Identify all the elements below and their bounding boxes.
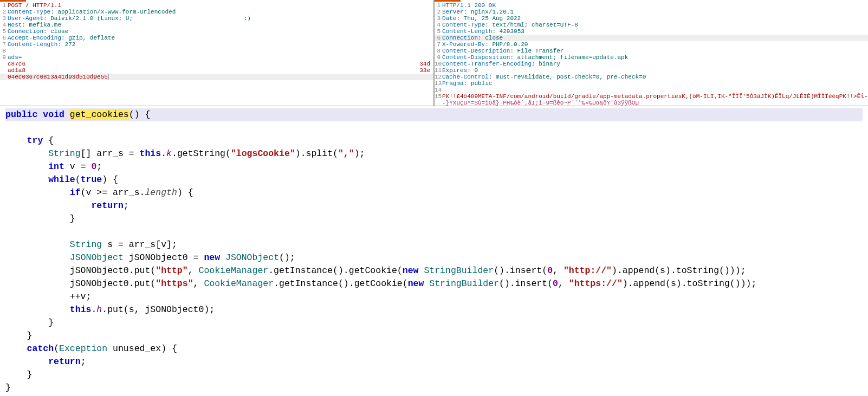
line-content — [442, 87, 868, 93]
line-content: Content-Length: 4293953 — [442, 28, 868, 35]
code-line[interactable]: 1HTTP/1.1 200 OK — [435, 2, 868, 9]
code-line[interactable]: 3User-Agent: Dalvik/2.1.0 (Linux; U; :) — [0, 15, 433, 22]
line-number: 9 — [0, 54, 8, 61]
line-number: 11 — [435, 67, 442, 74]
code-line[interactable]: 9Content-Disposition: attachment; filena… — [435, 54, 868, 61]
line-number: 4 — [0, 22, 8, 28]
code-line[interactable]: 6Accept-Encoding: gzip, deflate — [0, 35, 433, 41]
method-signature: public void get_cookies() { — [5, 108, 863, 121]
code-line[interactable]: c87c634d — [0, 61, 433, 67]
code-line[interactable]: 2Content-Type: application/x-www-form-ur… — [0, 9, 433, 15]
code-line[interactable]: 1POST / HTTP/1.1 — [0, 2, 433, 9]
code-line: JSONObject jSONObject0 = new JSONObject(… — [5, 252, 295, 263]
line-number: 1 — [0, 2, 8, 9]
line-content — [8, 48, 433, 54]
line-content: Server: nginx/1.20.1 — [442, 9, 868, 15]
line-content: 04ec0367c0813a41d93d510d9e55 — [8, 74, 433, 80]
java-decompiled-pane[interactable]: public void get_cookies() { try { String… — [0, 106, 868, 396]
code-line[interactable]: 11Expires: 0 — [435, 67, 868, 74]
code-line[interactable]: 2Server: nginx/1.20.1 — [435, 9, 868, 15]
line-tail: 33e — [419, 67, 433, 74]
line-number — [0, 61, 8, 67]
code-line: jSONObject0.put("https", CookieManager.g… — [5, 278, 756, 289]
line-content: Accept-Encoding: gzip, deflate — [8, 35, 433, 41]
code-line[interactable]: 5Content-Length: 4293953 — [435, 28, 868, 35]
code-line[interactable]: 9ads= — [0, 54, 433, 61]
line-content: X-Powered-By: PHP/8.0.20 — [442, 41, 868, 48]
line-content: Connection: close — [442, 35, 868, 41]
line-content: POST / HTTP/1.1 — [8, 2, 433, 9]
accent-bar — [435, 0, 461, 2]
line-content: Content-Description: File Transfer — [442, 48, 868, 54]
code-line[interactable]: 8Content-Description: File Transfer — [435, 48, 868, 54]
line-content: Date: Thu, 25 Aug 2022 — [442, 15, 868, 22]
code-line[interactable]: 12Cache-Control: must-revalidate, post-c… — [435, 74, 868, 80]
response-pane[interactable]: 1HTTP/1.1 200 OK2Server: nginx/1.20.13Da… — [435, 0, 868, 106]
code-line: try { — [5, 135, 54, 146]
line-content: PK!!£4ô489META-INF/com/android/build/gra… — [442, 93, 868, 100]
line-number: 6 — [0, 35, 8, 41]
code-line[interactable]: 4Content-Type: text/html; charset=UTF-8 — [435, 22, 868, 28]
line-number: 13 — [435, 80, 442, 87]
code-line: } — [5, 213, 75, 224]
line-content: Content-Type: text/html; charset=UTF-8 — [442, 22, 868, 28]
code-line: int v = 0; — [5, 161, 102, 172]
line-content: Content-Disposition: attachment; filenam… — [442, 54, 868, 61]
text-cursor — [108, 74, 108, 80]
code-line: return; — [5, 356, 86, 367]
line-content: c87c6 — [8, 61, 419, 67]
line-number: 6 — [435, 35, 442, 41]
line-number: 10 — [435, 61, 442, 67]
code-line[interactable]: 3Date: Thu, 25 Aug 2022 — [435, 15, 868, 22]
line-number: 8 — [435, 48, 442, 54]
accent-bar — [0, 0, 26, 2]
line-content: Connection: close — [8, 28, 433, 35]
request-pane[interactable]: 1POST / HTTP/1.12Content-Type: applicati… — [0, 0, 435, 106]
line-content: Content-Transfer-Encoding: binary — [442, 61, 868, 67]
code-line[interactable]: 8 — [0, 48, 433, 54]
code-line[interactable]: 04ec0367c0813a41d93d510d9e55 — [0, 74, 433, 80]
code-line[interactable]: 7Content-Length: 272 — [0, 41, 433, 48]
code-line: } — [5, 330, 33, 341]
line-content: Expires: 0 — [442, 67, 868, 74]
code-line: } — [5, 369, 33, 380]
code-line: String s = arr_s[v]; — [5, 239, 177, 250]
line-number: 1 — [435, 2, 442, 9]
code-line: } — [5, 317, 54, 328]
line-number — [0, 74, 8, 80]
code-line[interactable]: 5Connection: close — [0, 28, 433, 35]
line-content: User-Agent: Dalvik/2.1.0 (Linux; U; :) — [8, 15, 433, 22]
line-number — [0, 67, 8, 74]
line-content: Content-Length: 272 — [8, 41, 433, 48]
code-line[interactable]: 14 — [435, 87, 868, 93]
line-number — [435, 100, 442, 106]
line-tail: 34d — [419, 61, 433, 67]
code-line: } — [5, 382, 11, 393]
line-number: 2 — [0, 9, 8, 15]
code-line[interactable]: 7X-Powered-By: PHP/8.0.20 — [435, 41, 868, 48]
line-number: 14 — [435, 87, 442, 93]
code-line[interactable]: 10Content-Transfer-Encoding: binary — [435, 61, 868, 67]
code-line[interactable]: 4Host: mefika.me — [0, 22, 433, 28]
line-number: 15 — [435, 93, 442, 100]
line-number: 5 — [0, 28, 8, 35]
line-number: 5 — [435, 28, 442, 35]
line-number: 3 — [0, 15, 8, 22]
line-number: 7 — [0, 41, 8, 48]
code-line[interactable]: 6Connection: close — [435, 35, 868, 41]
line-number: 8 — [0, 48, 8, 54]
code-line[interactable]: 13Pragma: public — [435, 80, 868, 87]
code-line[interactable]: -}Ÿxuçu^=Sù=iÖâ}·PH‰óè´‚âI;ì·9=ßêo~P``'‰… — [435, 100, 868, 106]
line-content: Host: mefika.me — [8, 22, 433, 28]
line-number: 12 — [435, 74, 442, 80]
line-content: ad1a8 — [8, 67, 419, 74]
line-number: 9 — [435, 54, 442, 61]
line-number: 4 — [435, 22, 442, 28]
line-number: 3 — [435, 15, 442, 22]
code-line[interactable]: 15PK!!£4ô489META-INF/com/android/build/g… — [435, 93, 868, 100]
code-line: String[] arr_s = this.k.getString("logsC… — [5, 148, 365, 159]
line-content: HTTP/1.1 200 OK — [442, 2, 868, 9]
code-line: jSONObject0.put("http", CookieManager.ge… — [5, 265, 746, 276]
code-line[interactable]: ad1a833e — [0, 67, 433, 74]
line-number: 2 — [435, 9, 442, 15]
